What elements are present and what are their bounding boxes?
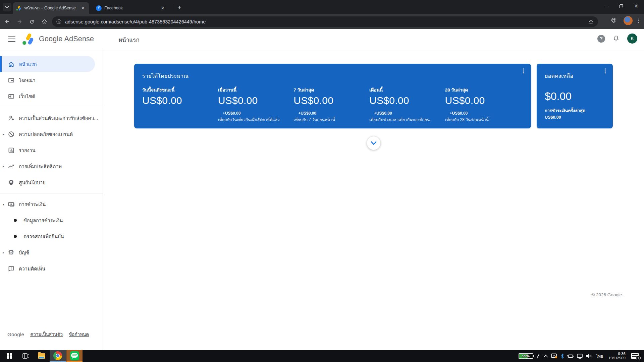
stat-value: US$0.00 bbox=[218, 95, 294, 106]
address-bar[interactable]: adsense.google.com/adsense/u/4/pub-48735… bbox=[52, 16, 598, 27]
sidebar-item-verification[interactable]: ตรวจสอบเพื่อยืนยัน bbox=[0, 228, 103, 244]
balance-card: ยอดคงเหลือ ⋮ $0.00 การชำระเงินครั้งล่าสุ… bbox=[537, 64, 613, 128]
sidebar-item-account[interactable]: ▸ ⚙ บัญชี bbox=[0, 244, 103, 260]
google-wordmark: Google bbox=[7, 331, 24, 337]
block-icon bbox=[7, 130, 15, 138]
tab-title: หน้าแรก – Google AdSense bbox=[24, 5, 77, 11]
sidebar-item-reports[interactable]: รายงาน bbox=[0, 142, 103, 158]
stat-delta: +US$0.00 bbox=[298, 111, 369, 116]
site-settings-tune-icon bbox=[56, 19, 62, 24]
account-avatar[interactable]: K bbox=[627, 34, 637, 44]
window-restore-button[interactable] bbox=[613, 0, 629, 12]
folder-icon bbox=[38, 353, 45, 359]
window-close-button[interactable]: ✕ bbox=[629, 0, 644, 12]
adsense-favicon bbox=[16, 5, 21, 11]
toolbar-separator bbox=[620, 18, 620, 24]
bullet-icon bbox=[14, 219, 17, 222]
tab-facebook[interactable]: f Facebook ✕ bbox=[93, 2, 169, 14]
new-tab-button[interactable]: + bbox=[175, 3, 184, 12]
file-explorer-button[interactable] bbox=[34, 350, 49, 362]
notification-badge: 1 bbox=[636, 356, 641, 360]
window-minimize-button[interactable]: – bbox=[598, 0, 613, 12]
notifications-bell-icon[interactable] bbox=[612, 35, 620, 43]
bookmark-star-icon[interactable] bbox=[588, 19, 594, 25]
tab-adsense[interactable]: หน้าแรก – Google AdSense ✕ bbox=[13, 2, 89, 14]
sidebar-item-sites[interactable]: เว็บไซต์ bbox=[0, 88, 103, 104]
card-menu-icon[interactable]: ⋮ bbox=[520, 70, 526, 72]
terms-link[interactable]: ข้อกำหนด bbox=[69, 330, 89, 338]
tab-close-icon[interactable]: ✕ bbox=[160, 5, 166, 11]
task-view-button[interactable] bbox=[18, 350, 33, 362]
sidebar-item-policy-center[interactable]: ศูนย์นโยบาย bbox=[0, 174, 103, 190]
bluetooth-icon[interactable] bbox=[560, 353, 564, 359]
expand-arrow-icon[interactable]: ▸ bbox=[3, 132, 7, 136]
url-text: adsense.google.com/adsense/u/4/pub-48735… bbox=[65, 19, 588, 24]
stat-compare: เทียบกับ 28 วันก่อนหน้านี้ bbox=[445, 116, 523, 123]
collapse-arrow-icon[interactable]: ▾ bbox=[3, 202, 7, 206]
sidebar-item-optimization[interactable]: ▸ การเพิ่มประสิทธิภาพ bbox=[0, 158, 103, 174]
sidebar-item-label: เว็บไซต์ bbox=[19, 93, 99, 100]
sidebar-item-feedback[interactable]: ความคิดเห็น bbox=[0, 260, 103, 277]
home-icon bbox=[42, 19, 47, 24]
stat-delta: +US$0.00 bbox=[223, 111, 294, 116]
line-taskbar-button[interactable]: LINE bbox=[66, 350, 83, 362]
sidebar-item-label: รายงาน bbox=[19, 146, 99, 154]
screen-share-icon[interactable] bbox=[551, 353, 557, 359]
network-icon[interactable] bbox=[577, 354, 583, 359]
reload-button[interactable] bbox=[26, 16, 37, 27]
adsense-logo-icon bbox=[22, 33, 34, 45]
balance-value: $0.00 bbox=[545, 90, 606, 103]
chrome-icon bbox=[53, 351, 62, 360]
sidebar-item-label: การเพิ่มประสิทธิภาพ bbox=[19, 163, 99, 170]
privacy-link[interactable]: ความเป็นส่วนตัว bbox=[30, 330, 63, 338]
page-title: หน้าแรก bbox=[118, 35, 140, 44]
menu-hamburger-icon[interactable] bbox=[8, 36, 15, 42]
help-icon[interactable]: ? bbox=[597, 35, 605, 43]
chrome-taskbar-button[interactable] bbox=[50, 350, 66, 362]
adsense-logo[interactable]: Google AdSense bbox=[22, 33, 94, 45]
action-center-button[interactable]: 1 bbox=[631, 353, 639, 359]
card-menu-icon[interactable]: ⋮ bbox=[602, 70, 608, 72]
gear-icon: ⚙ bbox=[7, 249, 15, 256]
adsense-header: Google AdSense หน้าแรก ? K bbox=[0, 29, 644, 49]
extensions-puzzle-icon[interactable] bbox=[610, 17, 616, 24]
sidebar-item-payments-info[interactable]: ข้อมูลการชำระเงิน bbox=[0, 212, 103, 228]
power-plug-icon[interactable] bbox=[567, 354, 574, 358]
forward-icon bbox=[17, 19, 22, 24]
sidebar-item-payments[interactable]: ▾ การชำระเงิน bbox=[0, 196, 103, 212]
battery-indicator[interactable]: 59% bbox=[519, 353, 533, 359]
bullet-icon bbox=[14, 235, 17, 238]
volume-muted-icon[interactable] bbox=[586, 354, 592, 358]
expand-arrow-icon[interactable]: ▸ bbox=[3, 251, 7, 254]
tab-close-icon[interactable]: ✕ bbox=[80, 5, 86, 11]
forward-button[interactable] bbox=[14, 16, 25, 27]
sidebar-item-label: หน้าแรก bbox=[19, 60, 99, 68]
expand-cards-button[interactable] bbox=[367, 136, 380, 150]
tab-title: Facebook bbox=[104, 6, 157, 10]
pen-icon[interactable] bbox=[536, 353, 540, 359]
home-button[interactable] bbox=[39, 16, 50, 27]
stat-label: วันนี้จนถึงขณะนี้ bbox=[142, 86, 218, 94]
tab-search-button[interactable] bbox=[3, 3, 11, 11]
stat-compare: เทียบกับช่วงเวลาเดียวกันของปีก่อน bbox=[369, 116, 445, 123]
expand-arrow-icon[interactable]: ▸ bbox=[3, 165, 7, 168]
start-button[interactable] bbox=[2, 350, 17, 362]
chevron-down-icon bbox=[5, 6, 9, 8]
sidebar-item-home[interactable]: หน้าแรก bbox=[0, 56, 103, 72]
sidebar-item-brand-safety[interactable]: ▸ ความปลอดภัยของแบรนด์ bbox=[0, 126, 103, 142]
sites-icon bbox=[7, 93, 15, 100]
clock-date: 19/1/2569 bbox=[608, 356, 626, 361]
input-language-indicator[interactable]: ไทย bbox=[595, 353, 604, 359]
back-button[interactable] bbox=[2, 16, 12, 27]
estimated-earnings-card: รายได้โดยประมาณ ⋮ วันนี้จนถึงขณะนี้ US$0… bbox=[134, 64, 531, 128]
earnings-column-month: เดือนนี้ US$0.00 +US$0.00 เทียบกับช่วงเว… bbox=[369, 86, 445, 123]
tray-expand-chevron-icon[interactable] bbox=[543, 355, 548, 358]
line-icon: LINE bbox=[70, 351, 79, 360]
sidebar-item-label: ข้อมูลการชำระเงิน bbox=[23, 217, 99, 224]
sidebar-item-ads[interactable]: โฆษณา bbox=[0, 72, 103, 88]
reload-icon bbox=[29, 19, 35, 24]
taskbar-clock[interactable]: 9:36 19/1/2569 bbox=[607, 352, 627, 361]
browser-menu-icon[interactable]: ⋮ bbox=[636, 17, 641, 24]
sidebar-item-privacy-messaging[interactable]: ความเป็นส่วนตัวและการรับส่งข้อคว... bbox=[0, 110, 103, 126]
browser-profile-avatar[interactable] bbox=[624, 16, 633, 25]
